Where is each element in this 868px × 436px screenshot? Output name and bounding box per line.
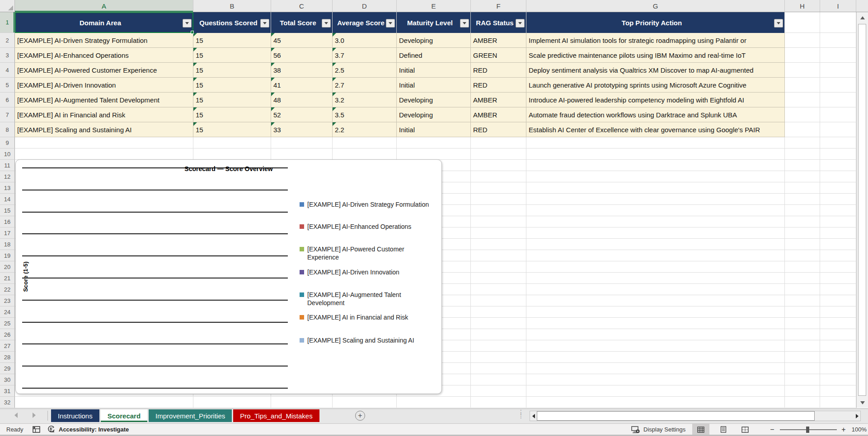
cell-A32[interactable] xyxy=(15,397,193,408)
row-header-14[interactable]: 14 xyxy=(0,194,15,205)
cell-I31[interactable] xyxy=(820,385,856,397)
cell-H18[interactable] xyxy=(785,239,820,250)
cell-F25[interactable] xyxy=(471,318,526,329)
column-header-rag-status[interactable]: RAG Status xyxy=(471,12,526,33)
filter-dropdown-button[interactable] xyxy=(460,19,469,28)
cell-F30[interactable] xyxy=(471,374,526,385)
cell-H2[interactable] xyxy=(785,33,820,48)
row-header-26[interactable]: 26 xyxy=(0,329,15,340)
cell-F31[interactable] xyxy=(471,385,526,397)
cell-D6[interactable]: 3.2 xyxy=(333,93,397,107)
cell-B32[interactable] xyxy=(193,397,271,408)
legend-entry[interactable]: [EXAMPLE] AI in Financial and Risk xyxy=(300,313,408,321)
cell-I20[interactable] xyxy=(820,261,856,273)
cell-I10[interactable] xyxy=(820,148,856,160)
row-header-13[interactable]: 13 xyxy=(0,182,15,194)
cell-G7[interactable]: Automate fraud detection workflows using… xyxy=(526,107,785,122)
legend-entry[interactable]: [EXAMPLE] AI-Driven Innovation xyxy=(300,268,399,276)
row-header-21[interactable]: 21 xyxy=(0,273,15,284)
cell-F12[interactable] xyxy=(471,171,526,182)
cell-H29[interactable] xyxy=(785,363,820,374)
chart-legend[interactable]: [EXAMPLE] AI-Driven Strategy Formulation… xyxy=(300,160,441,394)
cell-G11[interactable] xyxy=(526,160,785,171)
cell-H21[interactable] xyxy=(785,273,820,284)
cell-I26[interactable] xyxy=(820,329,856,340)
cell-H4[interactable] xyxy=(785,63,820,78)
cell-F24[interactable] xyxy=(471,306,526,318)
cell-H20[interactable] xyxy=(785,261,820,273)
row-header-20[interactable]: 20 xyxy=(0,261,15,273)
cell-G14[interactable] xyxy=(526,194,785,205)
cell-H6[interactable] xyxy=(785,93,820,107)
cell-C7[interactable]: 52 xyxy=(271,107,333,122)
cell-F17[interactable] xyxy=(471,227,526,239)
column-header-g[interactable]: G xyxy=(526,0,785,12)
row-header-16[interactable]: 16 xyxy=(0,216,15,227)
cell-I17[interactable] xyxy=(820,227,856,239)
filter-dropdown-button[interactable] xyxy=(183,19,192,28)
cell-H5[interactable] xyxy=(785,78,820,93)
sheet-tab-improvement-priorities[interactable]: Improvement_Priorities xyxy=(149,409,232,422)
cell-F6[interactable]: AMBER xyxy=(471,93,526,107)
cell-G32[interactable] xyxy=(526,397,785,408)
cell-G6[interactable]: Introduce AI-powered leadership competen… xyxy=(526,93,785,107)
column-header-b[interactable]: B xyxy=(193,0,271,12)
cell-H3[interactable] xyxy=(785,48,820,63)
cell-I4[interactable] xyxy=(820,63,856,78)
scroll-down-button[interactable] xyxy=(857,397,868,408)
cell-I2[interactable] xyxy=(820,33,856,48)
column-header-d[interactable]: D xyxy=(333,0,397,12)
cell-G10[interactable] xyxy=(526,148,785,160)
macro-record-icon[interactable] xyxy=(33,424,40,435)
row-header-2[interactable]: 2 xyxy=(0,33,15,48)
tab-scroll-right-icon[interactable] xyxy=(33,413,36,418)
tab-scroll-left-icon[interactable] xyxy=(14,413,18,418)
accessibility-checker-icon[interactable] xyxy=(47,424,55,435)
cell-F8[interactable]: RED xyxy=(471,122,526,137)
cell-E4[interactable]: Initial xyxy=(397,63,471,78)
cell-F9[interactable] xyxy=(471,137,526,148)
cell-E3[interactable]: Defined xyxy=(397,48,471,63)
cell-G8[interactable]: Establish AI Center of Excellence with c… xyxy=(526,122,785,137)
cell-I27[interactable] xyxy=(820,340,856,352)
legend-entry[interactable]: [EXAMPLE] Scaling and Sustaining AI xyxy=(300,336,414,344)
cell-H15[interactable] xyxy=(785,205,820,216)
row-header-1[interactable]: 1 xyxy=(0,12,15,33)
cell-F23[interactable] xyxy=(471,295,526,306)
row-header-3[interactable]: 3 xyxy=(0,48,15,63)
cell-E7[interactable]: Developing xyxy=(397,107,471,122)
column-header-questions-scored[interactable]: Questions Scored xyxy=(193,12,271,33)
cell-H11[interactable] xyxy=(785,160,820,171)
cell-G4[interactable]: Deploy sentiment analysis via Qualtrics … xyxy=(526,63,785,78)
cell-I14[interactable] xyxy=(820,194,856,205)
row-header-11[interactable]: 11 xyxy=(0,160,15,171)
cell-G16[interactable] xyxy=(526,216,785,227)
cell-A4[interactable]: [EXAMPLE] AI-Powered Customer Experience xyxy=(15,63,193,78)
filter-dropdown-button[interactable] xyxy=(516,19,525,28)
cell-F2[interactable]: AMBER xyxy=(471,33,526,48)
cell-H13[interactable] xyxy=(785,182,820,194)
legend-entry[interactable]: [EXAMPLE] AI-Enhanced Operations xyxy=(300,223,411,231)
filter-dropdown-button[interactable] xyxy=(322,19,331,28)
cell-D4[interactable]: 2.5 xyxy=(333,63,397,78)
zoom-slider-thumb[interactable] xyxy=(806,427,809,433)
cell-H1[interactable] xyxy=(785,12,820,33)
column-header-h[interactable]: H xyxy=(785,0,820,12)
cell-F26[interactable] xyxy=(471,329,526,340)
select-all-corner[interactable] xyxy=(0,0,15,12)
cell-E9[interactable] xyxy=(397,137,471,148)
cell-H12[interactable] xyxy=(785,171,820,182)
cell-G25[interactable] xyxy=(526,318,785,329)
cell-D32[interactable] xyxy=(333,397,397,408)
legend-entry[interactable]: [EXAMPLE] AI-Powered CustomerExperience xyxy=(300,245,404,261)
column-header-domain-area[interactable]: Domain Area xyxy=(15,12,193,33)
cell-B10[interactable] xyxy=(193,148,271,160)
cell-F32[interactable] xyxy=(471,397,526,408)
cell-H30[interactable] xyxy=(785,374,820,385)
scroll-up-button[interactable] xyxy=(857,12,868,23)
cell-H16[interactable] xyxy=(785,216,820,227)
row-header-30[interactable]: 30 xyxy=(0,374,15,385)
cell-I15[interactable] xyxy=(820,205,856,216)
view-page-break-button[interactable] xyxy=(737,424,754,435)
cell-A10[interactable] xyxy=(15,148,193,160)
